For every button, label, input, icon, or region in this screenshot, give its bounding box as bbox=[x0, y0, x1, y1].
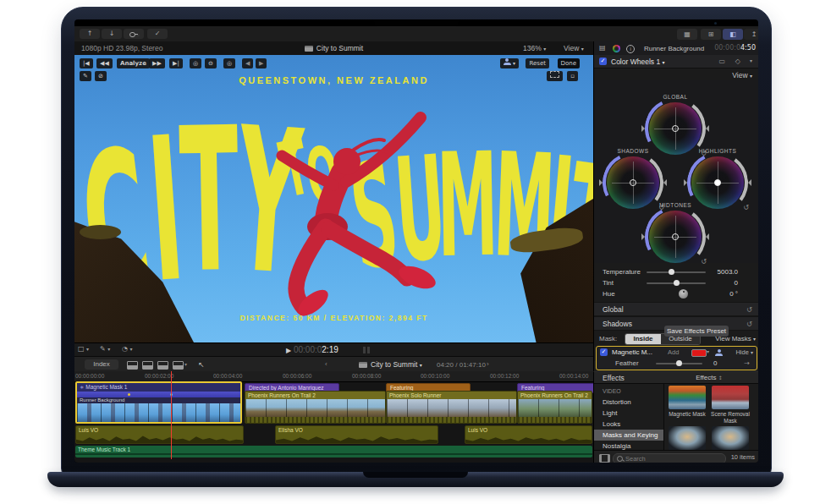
audio-meter-right[interactable] bbox=[367, 347, 370, 353]
audio-clip[interactable]: Luis VO bbox=[465, 425, 592, 444]
hide-menu[interactable]: Hide ▾ bbox=[735, 348, 753, 356]
insert-clip-icon[interactable] bbox=[142, 361, 153, 370]
transport-bar: □ ▾ ✎ ▾ ◔ ▾ ▶ 00:00:02:19 bbox=[74, 342, 593, 357]
analysis-check-icon[interactable]: ✓ bbox=[147, 29, 168, 39]
category-light[interactable]: Light bbox=[594, 408, 663, 419]
prev-project-icon[interactable]: ‹ bbox=[325, 360, 327, 368]
reset-button[interactable]: Reset bbox=[526, 58, 549, 68]
video-clip[interactable]: Phoenix Solo Runner bbox=[386, 391, 517, 424]
playhead[interactable] bbox=[171, 371, 172, 459]
photo-stage: ↑ ↓ ✓ ▦ ⊞ ◧ ↥ 1080p HD 23.98p, Stereo Ci… bbox=[0, 0, 831, 504]
transform-tool-menu[interactable]: □ ▾ bbox=[78, 345, 89, 353]
zoom-level-menu[interactable]: 136% ▾ bbox=[523, 44, 546, 52]
append-clip-icon[interactable] bbox=[157, 361, 168, 370]
magnetic-mask-row[interactable]: ✓ Magnetic M... Add ▾ Hide ▾ bbox=[597, 347, 757, 358]
info-inspector-icon[interactable]: i bbox=[626, 45, 635, 53]
mask-inside-button[interactable]: Inside bbox=[625, 334, 661, 344]
browser-toggle-icon[interactable]: ▦ bbox=[677, 29, 697, 40]
step-forward-button[interactable]: ▶▶ bbox=[149, 58, 165, 68]
onion-skin-icon[interactable] bbox=[547, 71, 563, 81]
add-stroke-icon[interactable]: ◎ bbox=[190, 58, 201, 68]
draw-tool-icon[interactable]: ✎ bbox=[80, 71, 91, 81]
inspector-clip-name: Runner Background bbox=[638, 45, 710, 52]
share-export-icon[interactable]: ↥ bbox=[744, 29, 758, 40]
effect-thumb[interactable] bbox=[712, 426, 749, 450]
temperature-row: Temperature 5003.0 bbox=[594, 266, 758, 277]
midtones-color-wheel[interactable]: ↺ bbox=[649, 211, 702, 263]
timeline-toggle-icon[interactable]: ⊞ bbox=[701, 29, 721, 40]
select-tool-icon[interactable]: ↖ bbox=[198, 360, 205, 369]
category-looks[interactable]: Looks bbox=[594, 419, 663, 430]
audio-meter-left[interactable] bbox=[363, 347, 366, 353]
target-icon[interactable]: ◎ bbox=[223, 58, 235, 68]
effect-chevron-icon[interactable]: ▾ bbox=[750, 58, 752, 63]
timeline-toolbar: Index ▾ ↖ ‹ City to Summit ▾ 04:20 / 01:… bbox=[74, 356, 593, 373]
reset-icon[interactable]: ↺ bbox=[746, 320, 752, 328]
keyframe-icon[interactable]: ◇ bbox=[735, 58, 740, 65]
mask-tool-menu[interactable]: ✎ ▾ bbox=[100, 345, 110, 353]
step-back-button[interactable]: ◀◀ bbox=[96, 58, 113, 68]
timeline-project-menu[interactable]: City to Summit ▾ bbox=[359, 360, 422, 369]
global-color-wheel[interactable]: ↺ bbox=[649, 102, 702, 155]
mask-enabled-checkbox[interactable]: ✓ bbox=[600, 348, 608, 356]
keywords-icon[interactable] bbox=[124, 29, 144, 39]
color-inspector-icon[interactable] bbox=[613, 45, 620, 54]
hue-dial[interactable] bbox=[679, 289, 688, 299]
download-icon[interactable]: ↓ bbox=[102, 29, 122, 39]
screen-sample-icon[interactable]: ▭ bbox=[718, 58, 725, 65]
video-inspector-icon[interactable]: ▤ bbox=[599, 44, 606, 52]
effect-enabled-checkbox[interactable]: ✓ bbox=[599, 58, 607, 65]
done-button[interactable]: Done bbox=[558, 58, 580, 68]
effect-thumb-magnetic-mask[interactable] bbox=[669, 386, 706, 409]
erase-tool-icon[interactable]: ⊘ bbox=[95, 71, 107, 81]
category-distortion[interactable]: Distortion bbox=[594, 397, 663, 408]
color-wheels-area: GLOBAL ↺ SHADOWS ↺ HIGHLIGHTS bbox=[594, 80, 758, 263]
selected-clip-runner-background[interactable]: ∗ Magnetic Mask 1 Runner Background bbox=[75, 381, 242, 424]
shadows-color-wheel[interactable]: ↺ bbox=[607, 156, 659, 209]
connect-clip-icon[interactable] bbox=[127, 361, 138, 370]
music-clip[interactable]: Theme Music Track 1 bbox=[75, 446, 592, 457]
play-icon[interactable]: ▶ bbox=[286, 347, 291, 354]
ruler-label: 00:00:10:00 bbox=[421, 373, 449, 379]
prev-mask-icon[interactable]: ◀ bbox=[242, 58, 253, 68]
subject-picker-button[interactable]: ▾ bbox=[500, 58, 519, 68]
video-clip[interactable]: Phoenix Runners On Trail 2 bbox=[245, 391, 386, 424]
audio-clip[interactable]: Elisha VO bbox=[275, 425, 438, 444]
mask-color-swatch[interactable] bbox=[691, 349, 707, 357]
video-clip[interactable]: Phoenix Runners On Trail 2 bbox=[517, 391, 592, 424]
reset-icon[interactable]: ↺ bbox=[743, 204, 749, 211]
category-masks-and-keying[interactable]: Masks and Keying bbox=[594, 430, 663, 441]
goto-keyframe-icon[interactable]: → bbox=[744, 359, 750, 367]
overw​rite-clip-icon[interactable] bbox=[173, 361, 184, 370]
retime-tool-menu[interactable]: ◔ ▾ bbox=[122, 345, 133, 353]
feather-slider[interactable] bbox=[656, 363, 702, 364]
save-effects-preset-button[interactable]: Save Effects Preset bbox=[664, 326, 729, 337]
highlights-color-wheel[interactable]: ↺ bbox=[691, 156, 744, 209]
effect-thumb-scene-removal-mask[interactable] bbox=[712, 386, 749, 409]
media-list-icon[interactable] bbox=[599, 454, 610, 463]
share-icon[interactable]: ↑ bbox=[80, 29, 100, 39]
jump-end-button[interactable]: ▶| bbox=[169, 58, 183, 68]
index-button[interactable]: Index bbox=[85, 359, 118, 370]
clip-menu-chevron-icon[interactable]: ▾ bbox=[184, 361, 187, 367]
swatch-chevron-icon[interactable]: ▾ bbox=[707, 348, 709, 354]
reset-icon[interactable]: ↺ bbox=[701, 258, 707, 266]
reset-icon[interactable]: ↺ bbox=[746, 305, 752, 314]
inspector-toggle-icon[interactable]: ◧ bbox=[723, 29, 743, 40]
next-project-icon[interactable]: › bbox=[487, 360, 489, 368]
effects-grid-title[interactable]: Effects ↕ bbox=[663, 374, 755, 381]
effect-name-menu[interactable]: Color Wheels 1 ▾ bbox=[611, 58, 665, 66]
next-mask-icon[interactable]: ▶ bbox=[256, 58, 267, 68]
jump-start-button[interactable]: |◀ bbox=[80, 58, 93, 68]
analyze-button[interactable]: Analyze bbox=[117, 58, 150, 68]
global-section-row[interactable]: Global ↺ bbox=[594, 302, 758, 316]
wheels-view-menu[interactable]: View ▾ bbox=[732, 71, 752, 79]
crop-icon[interactable]: ▫ bbox=[567, 71, 578, 81]
effect-thumb[interactable] bbox=[669, 426, 706, 450]
view-menu[interactable]: View ▾ bbox=[564, 44, 584, 52]
subject-icon[interactable] bbox=[715, 349, 723, 358]
add-mode-menu[interactable]: Add bbox=[668, 348, 679, 356]
effects-search-input[interactable]: Search bbox=[613, 453, 726, 463]
audio-clip[interactable]: Luis VO bbox=[75, 425, 244, 444]
remove-stroke-icon[interactable]: ⊖ bbox=[205, 58, 217, 68]
